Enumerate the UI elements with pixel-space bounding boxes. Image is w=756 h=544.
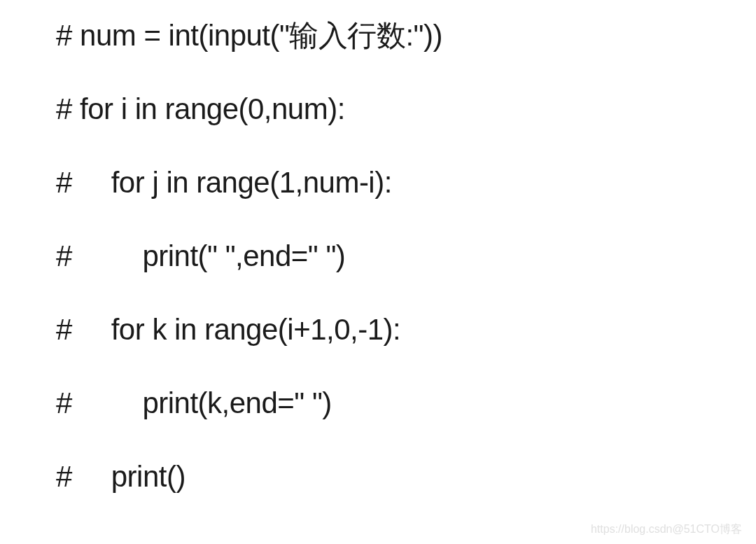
code-line-6: # print(k,end=" "): [56, 389, 700, 418]
watermark-text: https://blog.csdn@51CTO博客: [591, 522, 742, 537]
code-block: # num = int(input("输入行数:")) # for i in r…: [0, 0, 756, 544]
code-line-3: # for j in range(1,num-i):: [56, 168, 700, 197]
code-line-5: # for k in range(i+1,0,-1):: [56, 315, 700, 344]
code-line-7: # print(): [56, 462, 700, 491]
code-line-1: # num = int(input("输入行数:")): [56, 21, 700, 50]
code-line-4: # print(" ",end=" "): [56, 242, 700, 271]
code-line-2: # for i in range(0,num):: [56, 95, 700, 124]
